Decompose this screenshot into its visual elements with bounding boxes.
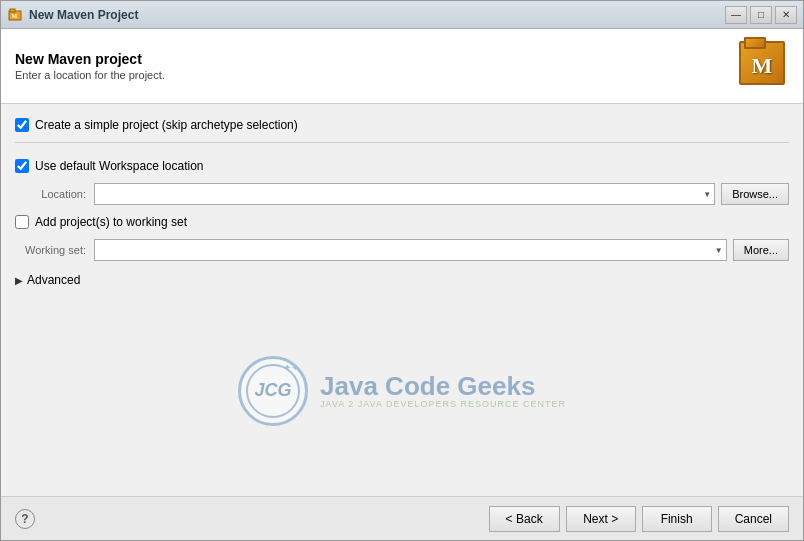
more-button[interactable]: More... [733,239,789,261]
maximize-button[interactable]: □ [750,6,772,24]
page-title: New Maven project [15,51,165,67]
svg-rect-1 [10,9,15,12]
jcg-sub-text: Java 2 Java Developers Resource Center [320,399,566,409]
jcg-text-area: Java Code Geeks Java 2 Java Developers R… [320,373,566,409]
working-set-label[interactable]: Add project(s) to working set [35,215,187,229]
location-label: Location: [21,188,86,200]
jcg-circle: ✦✦ JCG [238,356,308,426]
working-set-checkbox[interactable] [15,215,29,229]
window-controls: — □ ✕ [725,6,797,24]
watermark: ✦✦ JCG Java Code Geeks Java 2 Java Devel… [15,299,789,482]
working-set-select-wrapper: ▼ [94,239,727,261]
cancel-button[interactable]: Cancel [718,506,789,532]
simple-project-label[interactable]: Create a simple project (skip archetype … [35,118,298,132]
location-select-wrapper: ▼ [94,183,715,205]
jcg-dots: ✦✦ [283,362,299,373]
working-set-row: Working set: ▼ More... [21,239,789,261]
header-section: New Maven project Enter a location for t… [1,29,803,104]
default-workspace-checkbox[interactable] [15,159,29,173]
svg-text:M: M [12,13,18,19]
working-set-select[interactable] [94,239,727,261]
advanced-arrow-icon: ▶ [15,275,23,286]
footer-buttons: < Back Next > Finish Cancel [489,506,789,532]
advanced-label: Advanced [27,273,80,287]
location-row: Location: ▼ Browse... [21,183,789,205]
simple-project-row: Create a simple project (skip archetype … [15,118,789,132]
form-section: Create a simple project (skip archetype … [1,104,803,496]
close-button[interactable]: ✕ [775,6,797,24]
working-set-checkbox-row: Add project(s) to working set [15,215,789,229]
header-text: New Maven project Enter a location for t… [15,51,165,81]
maven-icon: M [739,41,789,91]
location-select[interactable] [94,183,715,205]
back-button[interactable]: < Back [489,506,560,532]
simple-project-checkbox[interactable] [15,118,29,132]
default-workspace-label[interactable]: Use default Workspace location [35,159,204,173]
location-input-group: ▼ Browse... [94,183,789,205]
content-area: Create a simple project (skip archetype … [1,104,803,496]
finish-button[interactable]: Finish [642,506,712,532]
footer: ? < Back Next > Finish Cancel [1,496,803,540]
jcg-logo: ✦✦ JCG Java Code Geeks Java 2 Java Devel… [238,356,566,426]
browse-button[interactable]: Browse... [721,183,789,205]
advanced-row[interactable]: ▶ Advanced [15,271,789,289]
window-icon: M [7,7,23,23]
next-button[interactable]: Next > [566,506,636,532]
minimize-button[interactable]: — [725,6,747,24]
page-subtitle: Enter a location for the project. [15,69,165,81]
working-set-input-group: ▼ More... [94,239,789,261]
help-button[interactable]: ? [15,509,35,529]
window-title: New Maven Project [29,8,725,22]
maven-icon-letter: M [752,47,773,79]
default-workspace-row: Use default Workspace location [15,159,789,173]
jcg-main-text: Java Code Geeks [320,373,566,399]
title-bar: M New Maven Project — □ ✕ [1,1,803,29]
window: M New Maven Project — □ ✕ New Maven proj… [0,0,804,541]
working-set-field-label: Working set: [21,244,86,256]
